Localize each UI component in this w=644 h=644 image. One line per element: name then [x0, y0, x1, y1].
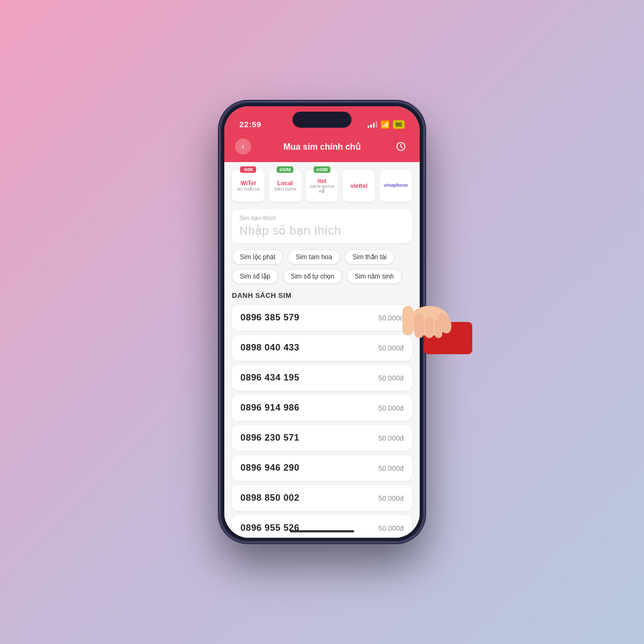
signal-icon	[368, 121, 377, 128]
sim-list-item[interactable]: 0896 955 52650.000đ	[232, 515, 412, 538]
sim-number: 0896 946 290	[240, 463, 299, 473]
sim-price: 50.000đ	[378, 374, 404, 382]
status-time: 22:59	[239, 120, 261, 129]
status-bar: 22:59 📶 90	[224, 106, 420, 133]
sim-list-item[interactable]: 0898 850 00250.000đ	[232, 485, 412, 511]
carrier-card-vinaphone[interactable]: vinaphone	[379, 170, 412, 202]
sim-price: 50.000đ	[378, 404, 404, 412]
sim-number: 0896 230 571	[240, 433, 299, 443]
svg-rect-4	[414, 314, 424, 338]
sim-price: 50.000đ	[378, 524, 404, 532]
sim-number: 0896 385 579	[240, 312, 299, 323]
search-label: Sim bạn thích	[239, 215, 405, 222]
carrier-card-itet[interactable]: eSIM itet DATA NGON RẺ	[306, 170, 339, 202]
page-title: Mua sim chính chủ	[283, 142, 361, 152]
hand-pointer-decoration	[386, 290, 472, 354]
carrier-card-witel[interactable]: -50K WiTel 4G THẢ GA	[232, 170, 265, 202]
sim-list-item[interactable]: 0896 434 19550.000đ	[232, 365, 412, 391]
carrier-logo-local: Local	[277, 180, 293, 186]
carrier-logo-vinaphone: vinaphone	[384, 183, 408, 188]
sim-price: 50.000đ	[378, 464, 404, 472]
app-header: ‹ Mua sim chính chủ	[224, 133, 420, 162]
sim-number: 0898 040 433	[240, 342, 299, 353]
sim-list-item[interactable]: 0896 946 29050.000đ	[232, 455, 412, 481]
svg-rect-5	[425, 317, 434, 338]
carrier-logo-witel: WiTel	[240, 180, 255, 186]
sim-list-item[interactable]: 0896 914 98650.000đ	[232, 395, 412, 421]
status-icons: 📶 90	[368, 120, 405, 129]
dynamic-island	[292, 112, 352, 128]
sim-list-item[interactable]: 0896 385 57950.000đ	[232, 305, 412, 331]
carrier-card-local[interactable]: eSIM Local SIÊU DATA	[269, 170, 302, 202]
sim-list-item[interactable]: 0896 230 57150.000đ	[232, 425, 412, 451]
sim-price: 50.000đ	[378, 434, 404, 442]
history-icon	[396, 141, 406, 152]
tag-tu-chon[interactable]: Sim số tự chọn	[283, 269, 342, 284]
sim-number: 0896 434 195	[240, 372, 299, 383]
search-input[interactable]: Nhập số bạn thích	[239, 224, 405, 238]
carrier-sub-witel: 4G THẢ GA	[237, 187, 259, 192]
carrier-logo-itet: itet	[318, 178, 327, 184]
battery-level: 90	[393, 120, 405, 129]
hand-icon	[386, 290, 472, 354]
back-button[interactable]: ‹	[235, 138, 251, 155]
carrier-badge-itet: eSIM	[313, 166, 330, 173]
home-indicator	[290, 530, 354, 532]
sim-list-header: DANH SÁCH SIM	[232, 291, 412, 299]
carrier-logo-viettel: viettel	[350, 182, 368, 189]
phone-device: 22:59 📶 90 ‹ Mua sim chính chủ	[220, 102, 424, 542]
filter-tags: Sim lộc phát Sim tam hoa Sim thần tài Si…	[232, 250, 412, 284]
carrier-card-viettel[interactable]: viettel	[342, 170, 375, 202]
sim-price: 50.000đ	[378, 494, 404, 502]
sim-number: 0898 850 002	[240, 493, 299, 503]
history-button[interactable]	[393, 138, 409, 155]
carrier-row: -50K WiTel 4G THẢ GA eSIM Local SIÊU DAT…	[232, 170, 412, 202]
carrier-badge-local: eSIM	[277, 166, 294, 173]
carrier-badge-witel: -50K	[240, 166, 257, 173]
tag-nam-sinh[interactable]: Sim năm sinh	[347, 269, 402, 284]
tag-loc-phat[interactable]: Sim lộc phát	[232, 250, 283, 265]
carrier-sub-itet: DATA NGON RẺ	[308, 184, 336, 194]
carrier-sub-local: SIÊU DATA	[274, 187, 296, 192]
sim-number: 0896 914 986	[240, 402, 299, 413]
svg-rect-3	[402, 306, 413, 335]
sim-list-item[interactable]: 0898 040 43350.000đ	[232, 335, 412, 361]
search-section: Sim bạn thích Nhập số bạn thích	[232, 209, 412, 243]
tag-so-lap[interactable]: Sim số lặp	[232, 269, 279, 284]
tag-tam-hoa[interactable]: Sim tam hoa	[288, 250, 340, 265]
tag-than-tai[interactable]: Sim thần tài	[345, 250, 395, 265]
wifi-icon: 📶	[380, 120, 390, 129]
sim-list: 0896 385 57950.000đ0898 040 43350.000đ08…	[232, 305, 412, 538]
